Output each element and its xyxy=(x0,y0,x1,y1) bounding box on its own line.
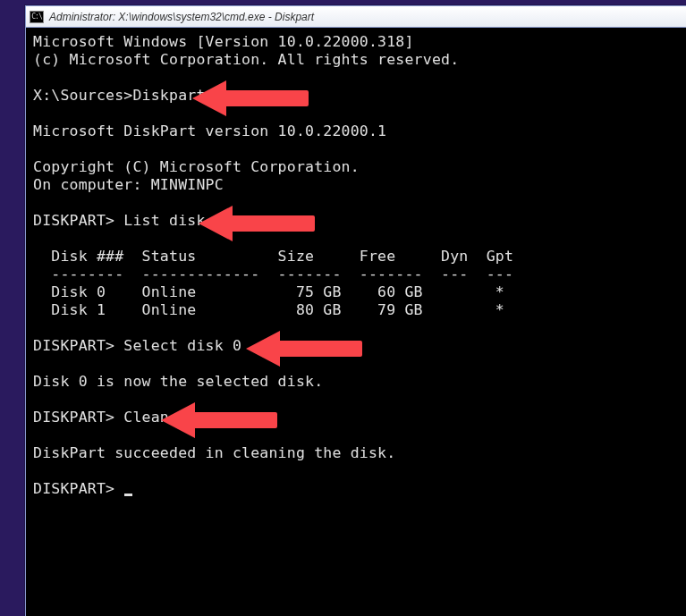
terminal-output[interactable]: Microsoft Windows [Version 10.0.22000.31… xyxy=(26,28,686,503)
terminal-cursor xyxy=(124,494,132,496)
window-title: Administrator: X:\windows\system32\cmd.e… xyxy=(49,11,314,23)
cmd-icon: C:\ xyxy=(30,11,44,23)
cmd-window: C:\ Administrator: X:\windows\system32\c… xyxy=(25,5,686,616)
titlebar[interactable]: C:\ Administrator: X:\windows\system32\c… xyxy=(26,6,686,28)
